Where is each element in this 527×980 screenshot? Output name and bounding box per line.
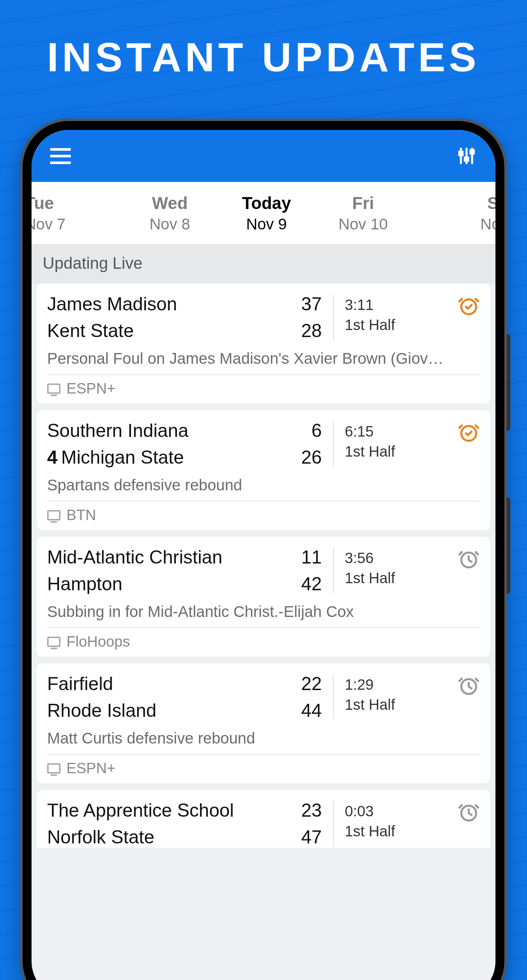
- alarm-icon[interactable]: [457, 421, 480, 444]
- date-tab-day: Wed: [152, 193, 187, 213]
- teams-column: Fairfield 22 Rhode Island 44: [47, 673, 322, 721]
- svg-rect-5: [471, 150, 474, 154]
- game-card[interactable]: Mid-Atlantic Christian 11 Hampton 42 3:5…: [37, 537, 490, 657]
- team-name: Hampton: [47, 573, 122, 595]
- play-by-play-text: Personal Foul on James Madison's Xavier …: [47, 350, 480, 368]
- alarm-icon[interactable]: [457, 675, 480, 697]
- network-label: ESPN+: [67, 760, 116, 776]
- team-name: Rhode Island: [47, 700, 157, 721]
- status-column: 0:03 1st Half: [345, 800, 480, 848]
- game-card[interactable]: Southern Indiana 6 4Michigan State 26 6:…: [37, 410, 490, 530]
- team-score: 37: [301, 293, 322, 315]
- tv-icon: [47, 510, 60, 520]
- teams-column: The Apprentice School 23 Norfolk State 4…: [47, 800, 322, 848]
- team-score: 47: [301, 826, 322, 848]
- date-tab[interactable]: TodayNov 9: [218, 182, 315, 244]
- live-status-label: Updating Live: [32, 245, 495, 283]
- team-name: Norfolk State: [47, 826, 154, 848]
- team-score: 28: [301, 320, 322, 342]
- network-label: ESPN+: [67, 380, 116, 397]
- filter-icon[interactable]: [456, 145, 477, 166]
- date-tabs: TueNov 7WedNov 8TodayNov 9FriNov 10SaNov: [32, 182, 495, 245]
- game-clock: 0:03 1st Half: [345, 801, 395, 841]
- divider: [333, 548, 333, 593]
- team-score: 42: [301, 573, 322, 595]
- status-column: 6:15 1st Half: [345, 420, 480, 468]
- status-column: 3:11 1st Half: [345, 293, 480, 342]
- team-row: Hampton 42: [47, 573, 322, 595]
- team-score: 6: [311, 420, 322, 441]
- date-tab[interactable]: WedNov 8: [121, 182, 218, 244]
- game-clock: 1:29 1st Half: [345, 675, 395, 714]
- date-tab[interactable]: FriNov 10: [315, 182, 411, 244]
- app-bar: [32, 130, 495, 182]
- team-score: 26: [301, 447, 322, 468]
- team-rank: 4: [47, 447, 57, 468]
- date-tab-day: Tue: [32, 193, 54, 213]
- game-clock: 6:15 1st Half: [345, 421, 395, 461]
- team-name: Southern Indiana: [47, 420, 189, 441]
- divider: [333, 421, 333, 467]
- team-score: 44: [301, 700, 322, 721]
- network-label: BTN: [67, 507, 96, 523]
- teams-column: Mid-Atlantic Christian 11 Hampton 42: [47, 546, 322, 595]
- phone-frame: TueNov 7WedNov 8TodayNov 9FriNov 10SaNov…: [21, 119, 506, 980]
- game-card[interactable]: The Apprentice School 23 Norfolk State 4…: [37, 790, 490, 848]
- date-tab-date: Nov: [480, 215, 495, 233]
- network-row: FloHoops: [47, 627, 480, 650]
- status-column: 3:56 1st Half: [345, 546, 480, 595]
- teams-column: Southern Indiana 6 4Michigan State 26: [47, 420, 322, 468]
- menu-icon[interactable]: [50, 145, 71, 166]
- team-row: 4Michigan State 26: [47, 447, 322, 468]
- network-row: BTN: [47, 501, 480, 523]
- game-main: Southern Indiana 6 4Michigan State 26 6:…: [47, 420, 480, 468]
- tv-icon: [47, 636, 60, 647]
- alarm-icon[interactable]: [457, 295, 480, 317]
- play-by-play-text: Spartans defensive rebound: [47, 476, 480, 494]
- date-tab-date: Nov 7: [32, 215, 66, 233]
- team-score: 23: [301, 800, 322, 821]
- phone-side-button: [506, 334, 510, 431]
- team-name: Mid-Atlantic Christian: [47, 546, 222, 568]
- team-name: Fairfield: [47, 673, 113, 695]
- promo-title: INSTANT UPDATES: [0, 0, 527, 81]
- game-clock: 3:11 1st Half: [345, 295, 395, 335]
- team-row: Southern Indiana 6: [47, 420, 322, 441]
- team-name: The Apprentice School: [47, 800, 234, 821]
- team-score: 11: [301, 546, 322, 568]
- divider: [333, 295, 333, 340]
- date-tab-date: Nov 8: [149, 215, 190, 233]
- network-row: ESPN+: [47, 754, 480, 776]
- date-tab-date: Nov 9: [246, 215, 287, 233]
- network-label: FloHoops: [67, 633, 130, 650]
- team-row: Kent State 28: [47, 320, 322, 342]
- teams-column: James Madison 37 Kent State 28: [47, 293, 322, 342]
- team-name: James Madison: [47, 293, 177, 315]
- date-tab-day: Today: [242, 193, 291, 213]
- game-card[interactable]: James Madison 37 Kent State 28 3:11 1st …: [37, 283, 490, 404]
- tv-icon: [47, 383, 60, 394]
- date-tab-day: Sa: [487, 193, 495, 213]
- game-main: Mid-Atlantic Christian 11 Hampton 42 3:5…: [47, 546, 480, 595]
- divider: [333, 801, 333, 846]
- team-name: Kent State: [47, 320, 134, 342]
- status-column: 1:29 1st Half: [345, 673, 480, 721]
- date-tab[interactable]: TueNov 7: [32, 182, 121, 244]
- play-by-play-text: Subbing in for Mid-Atlantic Christ.-Elij…: [47, 603, 480, 620]
- games-list: James Madison 37 Kent State 28 3:11 1st …: [32, 283, 495, 848]
- team-row: Norfolk State 47: [47, 826, 322, 848]
- phone-screen: TueNov 7WedNov 8TodayNov 9FriNov 10SaNov…: [32, 130, 495, 980]
- divider: [333, 675, 333, 720]
- game-main: Fairfield 22 Rhode Island 44 1:29 1st Ha…: [47, 673, 480, 721]
- alarm-icon[interactable]: [457, 801, 480, 823]
- alarm-icon[interactable]: [457, 548, 480, 570]
- tv-icon: [47, 763, 60, 773]
- date-tab[interactable]: SaNov: [411, 182, 495, 244]
- team-row: Fairfield 22: [47, 673, 322, 695]
- team-row: Mid-Atlantic Christian 11: [47, 546, 322, 568]
- team-score: 22: [301, 673, 322, 695]
- game-card[interactable]: Fairfield 22 Rhode Island 44 1:29 1st Ha…: [37, 663, 490, 783]
- phone-side-button: [506, 498, 510, 594]
- game-main: James Madison 37 Kent State 28 3:11 1st …: [47, 293, 480, 342]
- svg-rect-4: [465, 158, 468, 161]
